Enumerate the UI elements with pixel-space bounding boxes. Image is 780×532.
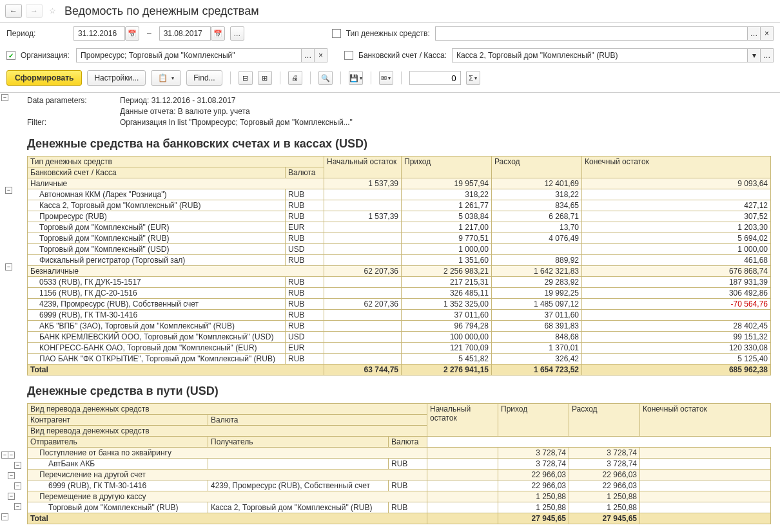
- collapse-s2-g3-r[interactable]: −: [14, 503, 21, 510]
- hdr-end: Конечный остаток: [582, 157, 771, 178]
- table-row[interactable]: Торговый дом "Комплексный" (EUR)EUR1 217…: [28, 222, 771, 233]
- s2-hdr-expense: Расход: [569, 404, 640, 437]
- collapse-root[interactable]: −: [1, 94, 8, 101]
- collapse-s2-g1-r[interactable]: −: [14, 462, 21, 469]
- account-dropdown-button[interactable]: ▾: [748, 48, 761, 62]
- s2-hdr-income: Приход: [498, 404, 569, 437]
- s1-total-label: Total: [28, 365, 324, 375]
- data-parameters-label: Data parameters:: [27, 95, 104, 106]
- generate-button[interactable]: Сформировать: [6, 70, 82, 86]
- find-button[interactable]: Find...: [186, 70, 222, 86]
- hdr-expense: Расход: [492, 157, 582, 178]
- expand-all-icon[interactable]: ⊟: [239, 71, 253, 85]
- hdr-type: Тип денежных средств: [28, 157, 324, 167]
- collapse-all-icon[interactable]: ⊞: [258, 71, 272, 85]
- settings-button[interactable]: Настройки...: [87, 70, 146, 86]
- filter-label: Filter:: [27, 117, 104, 128]
- calendar-to-icon[interactable]: 📅: [211, 26, 225, 41]
- section1-table: Тип денежных средств Начальный остаток П…: [27, 156, 771, 375]
- level-input[interactable]: [409, 71, 461, 85]
- type-funds-checkbox[interactable]: [332, 29, 341, 38]
- table-row[interactable]: АвтБанк АКБRUB3 728,743 728,74: [28, 459, 771, 470]
- calendar-from-icon[interactable]: 📅: [125, 26, 139, 41]
- hdr-account: Банковский счет / Касса: [28, 167, 286, 178]
- account-checkbox[interactable]: [344, 51, 353, 60]
- type-funds-label: Тип денежных средств:: [346, 29, 430, 38]
- period-label: Период:: [6, 29, 68, 38]
- section1-title: Денежные средства на банковских счетах и…: [27, 137, 775, 151]
- preview-icon[interactable]: 🔍: [318, 71, 333, 85]
- table-group-row[interactable]: Поступление от банка по эквайрингу3 728,…: [28, 448, 771, 459]
- collapse-group-noncash[interactable]: −: [5, 263, 12, 271]
- account-more-button[interactable]: …: [761, 48, 774, 62]
- table-row[interactable]: Торговый дом "Комплексный" (RUB)RUB9 770…: [28, 233, 771, 244]
- org-input[interactable]: Промресурс; Торговый дом "Комплексный": [76, 48, 302, 62]
- favorite-star-icon[interactable]: ☆: [46, 5, 58, 17]
- org-label: Организация:: [21, 51, 71, 60]
- collapse-s2-g1[interactable]: −: [8, 451, 15, 459]
- type-funds-more-button[interactable]: …: [748, 26, 761, 41]
- s2-hdr-type: Вид перевода денежных средств: [28, 404, 427, 415]
- org-clear-button[interactable]: ×: [315, 48, 327, 62]
- table-row[interactable]: 1156 (RUB), ГК ДС-20-1516RUB326 485,1119…: [28, 288, 771, 299]
- print-icon[interactable]: 🖨: [288, 71, 302, 85]
- table-row[interactable]: 6999 (RUB), ГК ТМ-30-1416RUB37 011,6037 …: [28, 310, 771, 321]
- email-icon[interactable]: ✉▾: [379, 71, 393, 85]
- collapse-s2-g3[interactable]: −: [8, 493, 15, 500]
- collapse-group-cash[interactable]: −: [5, 187, 12, 194]
- period-dash: –: [144, 29, 154, 38]
- date-to-input[interactable]: 31.08.2017: [159, 26, 211, 41]
- hdr-start: Начальный остаток: [324, 157, 402, 178]
- table-row[interactable]: ПАО БАНК "ФК ОТКРЫТИЕ", Торговый дом "Ко…: [28, 354, 771, 365]
- date-from-input[interactable]: 31.12.2016: [73, 26, 125, 41]
- section2-title: Денежные средства в пути (USD): [27, 385, 775, 398]
- table-row[interactable]: 0533 (RUB), ГК ДУК-15-1517RUB217 215,312…: [28, 277, 771, 288]
- hdr-income: Приход: [402, 157, 492, 178]
- collapse-s2-g2[interactable]: −: [8, 472, 15, 479]
- table-group-row[interactable]: Безналичные62 207,362 256 983,211 642 32…: [28, 266, 771, 277]
- account-input[interactable]: Касса 2, Торговый дом "Комплексный" (RUB…: [452, 48, 748, 62]
- period-select-button[interactable]: …: [230, 26, 244, 41]
- table-row[interactable]: Промресурс (RUB)RUB1 537,395 038,846 268…: [28, 211, 771, 222]
- table-row[interactable]: Фискальный регистратор (Торговый зал)RUB…: [28, 255, 771, 266]
- table-group-row[interactable]: Перемещение в другую кассу1 250,881 250,…: [28, 491, 771, 502]
- collapse-total[interactable]: −: [1, 513, 8, 520]
- sigma-icon[interactable]: Σ▾: [466, 71, 480, 85]
- table-row[interactable]: Торговый дом "Комплексный" (RUB)Касса 2,…: [28, 502, 771, 513]
- s2-hdr-start: Начальный остаток: [427, 404, 498, 437]
- save-settings-button[interactable]: 📋▾: [151, 70, 181, 86]
- period-param-text: Период: 31.12.2016 - 31.08.2017: [120, 95, 236, 106]
- account-label: Банковский счет / Касса:: [358, 51, 447, 60]
- s2-hdr-end: Конечный остаток: [640, 404, 771, 437]
- s2-total-label: Total: [28, 513, 427, 524]
- save-icon[interactable]: 💾▾: [349, 71, 363, 85]
- report-data-text: Данные отчета: В валюте упр. учета: [120, 106, 250, 117]
- org-more-button[interactable]: …: [302, 48, 315, 62]
- table-row[interactable]: Торговый дом "Комплексный" (USD)USD1 000…: [28, 244, 771, 255]
- table-row[interactable]: 4239, Промресурс (RUB), Собственный счет…: [28, 299, 771, 310]
- nav-forward-button[interactable]: →: [26, 4, 43, 18]
- org-checkbox[interactable]: [6, 51, 15, 60]
- section2-table: Вид перевода денежных средств Начальный …: [27, 403, 771, 524]
- filter-text: Организация In list "Промресурс; Торговы…: [120, 117, 353, 128]
- table-group-row[interactable]: Наличные1 537,3919 957,9412 401,699 093,…: [28, 178, 771, 189]
- table-row[interactable]: КОНГРЕСС-БАНК ОАО, Торговый дом "Комплек…: [28, 343, 771, 354]
- table-row[interactable]: Автономная ККМ (Ларек "Розница")RUB318,2…: [28, 189, 771, 200]
- type-funds-clear-button[interactable]: ×: [761, 26, 774, 41]
- hdr-currency: Валюта: [286, 167, 324, 178]
- table-row[interactable]: Касса 2, Торговый дом "Комплексный" (RUB…: [28, 200, 771, 211]
- page-title: Ведомость по денежным средствам: [64, 5, 259, 18]
- type-funds-input[interactable]: [435, 26, 748, 41]
- nav-back-button[interactable]: ←: [5, 4, 22, 18]
- table-row[interactable]: АКБ "ВПБ" (ЗАО), Торговый дом "Комплексн…: [28, 321, 771, 332]
- collapse-s2-g2-r[interactable]: −: [14, 482, 21, 489]
- table-row[interactable]: 6999 (RUB), ГК ТМ-30-14164239, Промресур…: [28, 480, 771, 491]
- table-group-row[interactable]: Перечисление на другой счет22 966,0322 9…: [28, 470, 771, 480]
- table-row[interactable]: БАНК КРЕМЛЕВСКИЙ ООО, Торговый дом "Комп…: [28, 332, 771, 343]
